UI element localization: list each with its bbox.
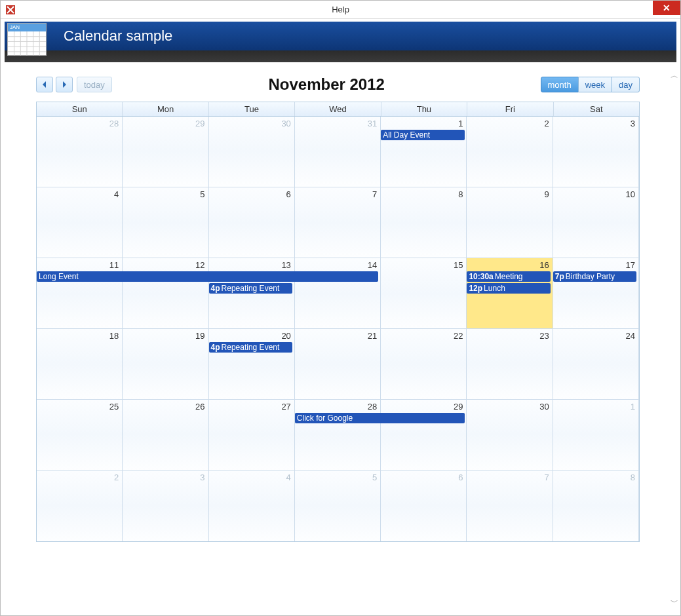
calendar-day-cell[interactable]: 14 xyxy=(295,258,381,328)
calendar-day-cell[interactable]: 7 xyxy=(295,187,381,258)
chevron-right-icon xyxy=(62,81,67,88)
calendar-day-cell[interactable]: 2 xyxy=(467,117,553,187)
day-number: 7 xyxy=(372,189,377,199)
calendar-day-cell[interactable]: 24 xyxy=(553,329,639,399)
day-number: 14 xyxy=(368,260,377,270)
calendar-day-cell[interactable]: 7 xyxy=(467,471,553,541)
today-button[interactable]: today xyxy=(77,77,112,92)
day-number: 30 xyxy=(281,119,290,128)
calendar-day-cell[interactable]: 26 xyxy=(123,400,208,470)
calendar-day-cell[interactable]: 20 xyxy=(209,329,295,399)
view-month-button[interactable]: month xyxy=(541,77,579,92)
calendar-event[interactable]: All Day Event xyxy=(381,130,465,140)
calendar-week-row: 2345678 xyxy=(37,471,639,541)
event-time: 7p xyxy=(555,272,564,281)
day-number: 11 xyxy=(109,260,119,270)
calendar-day-cell[interactable]: 21 xyxy=(295,329,381,399)
calendar-day-cell[interactable]: 28 xyxy=(295,400,381,470)
event-title: Repeating Event xyxy=(222,284,280,293)
calendar-event[interactable]: 4pRepeating Event xyxy=(209,283,293,294)
event-title: Lunch xyxy=(484,284,505,293)
day-number: 1 xyxy=(458,119,463,128)
calendar-day-cell[interactable]: 2 xyxy=(37,471,123,541)
calendar-day-cell[interactable]: 6 xyxy=(209,187,295,258)
calendar-event[interactable]: Click for Google xyxy=(295,413,465,423)
calendar-day-cell[interactable]: 4 xyxy=(209,471,295,541)
day-number: 17 xyxy=(626,260,635,270)
calendar-icon-month: JAN xyxy=(8,24,46,31)
event-title: Long Event xyxy=(39,272,79,281)
calendar-day-cell[interactable]: 5 xyxy=(123,187,208,258)
day-number: 23 xyxy=(539,331,549,341)
calendar-day-cell[interactable]: 12 xyxy=(123,258,208,328)
calendar-day-cell[interactable]: 17 xyxy=(553,258,639,328)
view-day-button[interactable]: day xyxy=(612,77,640,92)
day-number: 2 xyxy=(114,472,119,482)
calendar-toolbar: today November 2012 month week day xyxy=(36,75,640,94)
day-number: 12 xyxy=(195,260,204,270)
prev-button[interactable] xyxy=(36,77,53,92)
day-number: 31 xyxy=(368,119,377,128)
content-area: today November 2012 month week day SunMo… xyxy=(7,66,669,609)
close-button[interactable]: ✕ xyxy=(653,1,680,15)
calendar-day-cell[interactable]: 3 xyxy=(553,117,639,187)
calendar-day-cell[interactable]: 8 xyxy=(553,471,639,541)
day-number: 3 xyxy=(200,472,204,482)
calendar-day-cell[interactable]: 27 xyxy=(209,400,295,470)
event-title: All Day Event xyxy=(383,130,430,140)
day-number: 29 xyxy=(195,119,204,128)
calendar-day-cell[interactable]: 19 xyxy=(123,329,208,399)
calendar-day-cell[interactable]: 25 xyxy=(37,400,123,470)
day-number: 15 xyxy=(454,260,463,270)
event-time: 4p xyxy=(211,343,220,352)
calendar-day-cell[interactable]: 15 xyxy=(381,258,467,328)
calendar-event[interactable]: 7pBirthday Party xyxy=(553,271,637,282)
calendar-grid: SunMonTueWedThuFriSat 28293031123All Day… xyxy=(36,102,640,542)
calendar-day-cell[interactable]: 6 xyxy=(381,471,467,541)
day-number: 26 xyxy=(195,402,204,412)
day-number: 22 xyxy=(454,331,463,341)
view-week-button[interactable]: week xyxy=(578,77,612,92)
calendar-day-cell[interactable]: 4 xyxy=(37,187,123,258)
day-number: 5 xyxy=(200,189,204,199)
day-number: 16 xyxy=(539,260,549,270)
calendar-day-cell[interactable]: 29 xyxy=(381,400,467,470)
day-number: 18 xyxy=(109,331,119,341)
event-title: Birthday Party xyxy=(566,272,615,281)
calendar-day-cell[interactable]: 1 xyxy=(381,117,467,187)
day-header: Sun xyxy=(37,102,123,116)
calendar-week-row: 2526272829301Click for Google xyxy=(37,400,639,471)
calendar-day-cell[interactable]: 18 xyxy=(37,329,123,399)
calendar-day-cell[interactable]: 9 xyxy=(467,187,553,258)
calendar-day-cell[interactable]: 22 xyxy=(381,329,467,399)
calendar-day-cell[interactable]: 8 xyxy=(381,187,467,258)
scroll-down-icon[interactable]: ﹀ xyxy=(671,598,678,606)
calendar-week-row: 181920212223244pRepeating Event xyxy=(37,329,639,400)
calendar-event[interactable]: 4pRepeating Event xyxy=(209,342,293,353)
calendar-day-cell[interactable]: 23 xyxy=(467,329,553,399)
calendar-header-row: SunMonTueWedThuFriSat xyxy=(37,102,639,117)
calendar-event[interactable]: 10:30aMeeting xyxy=(467,271,551,282)
day-number: 4 xyxy=(286,472,291,482)
window-title: Help xyxy=(1,5,680,14)
calendar-day-cell[interactable]: 29 xyxy=(123,117,208,187)
next-button[interactable] xyxy=(56,77,73,92)
banner-title: Calendar sample xyxy=(64,28,172,45)
calendar-day-cell[interactable]: 3 xyxy=(123,471,208,541)
calendar-day-cell[interactable]: 11 xyxy=(37,258,123,328)
day-number: 24 xyxy=(626,331,635,341)
calendar-day-cell[interactable]: 31 xyxy=(295,117,381,187)
calendar-event[interactable]: 12pLunch xyxy=(467,283,551,294)
calendar-week-row: 11121314151617Long Event4pRepeating Even… xyxy=(37,258,639,329)
day-number: 21 xyxy=(368,331,377,341)
calendar-day-cell[interactable]: 1 xyxy=(553,400,639,470)
calendar-day-cell[interactable]: 30 xyxy=(209,117,295,187)
day-header: Sat xyxy=(554,102,639,116)
scroll-up-icon[interactable]: ︿ xyxy=(671,71,678,79)
calendar-icon: JAN xyxy=(7,23,47,56)
calendar-event[interactable]: Long Event xyxy=(37,271,378,282)
calendar-day-cell[interactable]: 30 xyxy=(467,400,553,470)
calendar-day-cell[interactable]: 10 xyxy=(553,187,639,258)
calendar-day-cell[interactable]: 5 xyxy=(295,471,381,541)
calendar-day-cell[interactable]: 28 xyxy=(37,117,123,187)
